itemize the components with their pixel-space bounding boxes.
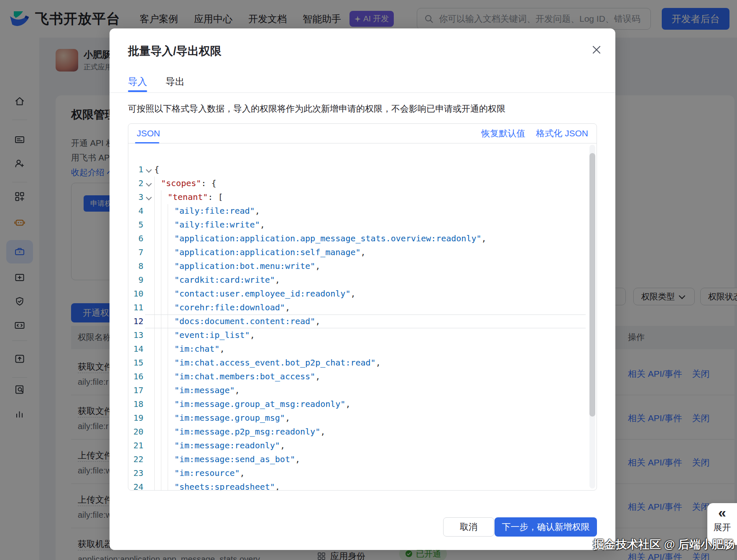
editor-scrollbar[interactable] — [589, 145, 595, 488]
import-export-modal: 批量导入/导出权限 导入 导出 可按照以下格式导入数据，导入的权限将作为此次新增… — [110, 28, 615, 550]
code-line: 16"im:chat.members:bot_access", — [128, 370, 597, 384]
code-line: 10"contact:user.employee_id:readonly", — [128, 287, 597, 301]
line-number: 17 — [128, 384, 143, 397]
code-line: 1{ — [128, 163, 597, 176]
code-line: 23"im:resource", — [128, 466, 597, 480]
line-number: 23 — [128, 466, 143, 480]
line-number: 5 — [128, 218, 143, 232]
scrollbar-thumb[interactable] — [589, 153, 595, 417]
code-line: 20"im:message.p2p_msg:readonly", — [128, 425, 597, 439]
line-number: 15 — [128, 356, 143, 370]
line-number: 1 — [128, 163, 143, 176]
fold-chevron-icon[interactable] — [146, 167, 152, 173]
line-number: 4 — [128, 204, 143, 218]
line-number: 3 — [128, 190, 143, 204]
line-number: 9 — [128, 273, 143, 287]
close-icon[interactable] — [591, 44, 602, 55]
line-number: 11 — [128, 301, 143, 315]
confirm-button[interactable]: 下一步，确认新增权限 — [495, 517, 597, 537]
line-number: 14 — [128, 342, 143, 356]
tab-export[interactable]: 导出 — [166, 75, 185, 88]
line-number: 21 — [128, 439, 143, 453]
modal-title: 批量导入/导出权限 — [128, 43, 222, 59]
code-line: 2"scopes": { — [128, 176, 597, 190]
code-line: 8"application:bot.menu:write", — [128, 259, 597, 273]
expand-label: 展开 — [707, 522, 737, 533]
fold-chevron-icon[interactable] — [146, 194, 152, 200]
code-line: 4"aily:file:read", — [128, 204, 597, 218]
code-line: 11"corehr:file:download", — [128, 301, 597, 315]
code-line: 13"event:ip_list", — [128, 328, 597, 342]
line-number: 18 — [128, 397, 143, 411]
code-line: 17"im:message", — [128, 384, 597, 397]
code-line: 7"application:application:self_manage", — [128, 245, 597, 259]
code-line: 5"aily:file:write", — [128, 218, 597, 232]
line-number: 20 — [128, 425, 143, 439]
watermark: 掘金技术社区 @ 后端小肥肠 — [593, 537, 734, 552]
editor-tab-json[interactable]: JSON — [137, 128, 160, 138]
line-number: 2 — [128, 176, 143, 190]
code-line: 15"im:chat.access_event.bot_p2p_chat:rea… — [128, 356, 597, 370]
line-number: 24 — [128, 480, 143, 490]
line-number: 16 — [128, 370, 143, 384]
code-line: 14"im:chat", — [128, 342, 597, 356]
code-line: 3"tenant": [ — [128, 190, 597, 204]
line-number: 6 — [128, 232, 143, 245]
line-number: 12 — [128, 315, 143, 328]
fold-chevron-icon[interactable] — [146, 181, 152, 187]
line-number: 10 — [128, 287, 143, 301]
line-number: 13 — [128, 328, 143, 342]
line-number: 22 — [128, 453, 143, 466]
code-line: 18"im:message.group_at_msg:readonly", — [128, 397, 597, 411]
code-line: 19"im:message.group_msg", — [128, 411, 597, 425]
code-line: 21"im:message:readonly", — [128, 439, 597, 453]
code-region[interactable]: 1{2"scopes": {3"tenant": [4"aily:file:re… — [128, 143, 597, 490]
line-number: 8 — [128, 259, 143, 273]
code-line: 24"sheets:spreadsheet", — [128, 480, 597, 490]
format-json-link[interactable]: 格式化 JSON — [536, 128, 588, 139]
collapse-double-chevron-icon: « — [707, 503, 737, 522]
line-number: 7 — [128, 245, 143, 259]
code-line: 22"im:message:send_as_bot", — [128, 453, 597, 466]
tab-import[interactable]: 导入 — [128, 75, 147, 88]
code-line: 9"cardkit:card:write", — [128, 273, 597, 287]
code-line: 6"application:application.app_message_st… — [128, 232, 597, 245]
restore-defaults-link[interactable]: 恢复默认值 — [481, 128, 525, 139]
active-tab-underline — [128, 90, 147, 92]
modal-description: 可按照以下格式导入数据，导入的权限将作为此次新增申请的权限，不会影响已申请或开通… — [128, 103, 505, 115]
line-number: 19 — [128, 411, 143, 425]
json-editor-panel: JSON 恢复默认值 格式化 JSON 1{2"scopes": {3"tena… — [128, 123, 597, 491]
code-line: 12"docs:document.content:read", — [128, 315, 597, 328]
cancel-button[interactable]: 取消 — [443, 517, 494, 537]
